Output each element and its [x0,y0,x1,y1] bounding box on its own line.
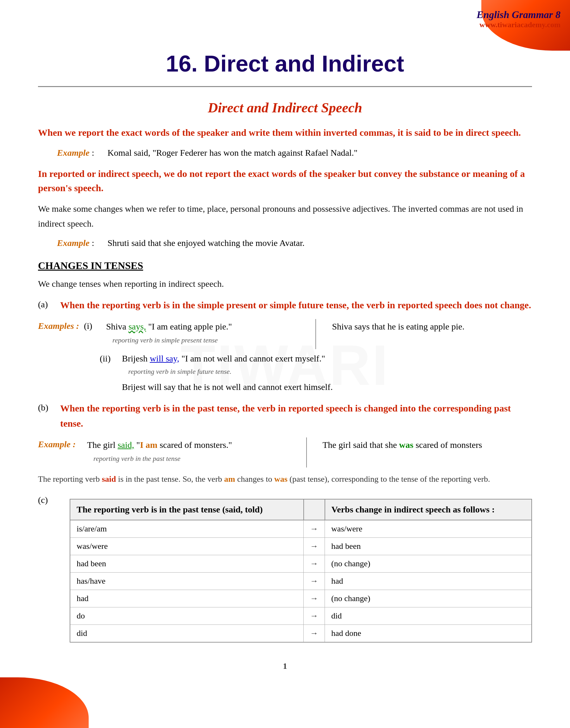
example-i-columns: Shiva says, "I am eating apple pie." rep… [106,319,532,349]
will-say-verb: will say, [150,353,179,363]
verb-from: has/have [70,573,304,590]
book-title: English Grammar 8 [477,9,561,21]
verb-to: (no change) [325,555,532,573]
arrow: → [304,573,325,590]
table-col1-header: The reporting verb is in the past tense … [70,499,304,520]
rule-b-label: (b) [38,401,54,415]
rule-a-text: When the reporting verb is in the simple… [60,297,531,313]
example-b-content: The girl said, "I am scared of monsters.… [87,438,532,468]
website-url: www.tiwariacademy.com [477,21,561,29]
direct-speech-def: When we report the exact words of the sp… [38,125,532,140]
was-verb: was [399,440,413,450]
verb-from: had [70,590,304,607]
examples-block-a: Examples : (i) Shiva says, "I am eating … [38,319,532,395]
table-arrow-header [304,499,325,520]
table-row: has/have → had [70,573,532,590]
main-content: 16. Direct and Indirect Direct and Indir… [0,0,570,696]
rule-a-label: (a) [38,297,54,312]
changes-intro: We change tenses when reporting in indir… [38,276,532,291]
example-b-note: reporting verb in the past tense [93,453,297,464]
example-i-num: (i) [84,319,100,333]
arrow: → [304,625,325,643]
example-ii-content: Brijesh will say, "I am not well and can… [122,351,532,395]
verb-from: do [70,607,304,625]
divider [38,86,532,87]
arrow: → [304,520,325,538]
example-b-label: Example : [38,438,82,452]
table-row: is/are/am → was/were [70,520,532,538]
example-ii-result: Brijest will say that he is not well and… [122,380,532,395]
table-row: do → did [70,607,532,625]
verb-from: is/are/am [70,520,304,538]
past-tense-explanation: The reporting verb said is in the past t… [38,472,532,486]
example-label-2: Example [57,238,90,248]
rule-c-label: (c) [38,495,54,505]
direct-speech-example: Example : Komal said, "Roger Federer has… [57,146,532,160]
am-inline: am [224,475,235,484]
examples-label: Examples : [38,319,79,333]
verb-to: had [325,573,532,590]
indirect-speech-example: Example : Shruti said that she enjoyed w… [57,236,532,250]
rule-b: (b) When the reporting verb is in the pa… [38,401,532,431]
table-row: had been → (no change) [70,555,532,573]
rule-a: (a) When the reporting verb is in the si… [38,297,532,313]
example-ii-num: (ii) [100,351,115,366]
says-verb: says, [128,321,146,331]
table-row: did → had done [70,625,532,643]
header-info: English Grammar 8 www.tiwariacademy.com [477,9,561,29]
verb-to: (no change) [325,590,532,607]
direct-speech-example-text: Komal said, "Roger Federer has won the m… [107,148,357,158]
example-row-ii: (ii) Brijesh will say, "I am not well an… [100,351,532,395]
example-i-content: Shiva says, "I am eating apple pie." rep… [106,319,532,349]
verb-from: had been [70,555,304,573]
section-title: Direct and Indirect Speech [38,100,532,116]
example-row-i: Examples : (i) Shiva says, "I am eating … [38,319,532,349]
page-number: 1 [38,662,532,671]
verb-from: did [70,625,304,643]
table-col2-header: Verbs change in indirect speech as follo… [325,499,532,520]
verb-to: was/were [325,520,532,538]
arrow: → [304,590,325,607]
verb-changes-table: The reporting verb is in the past tense … [70,499,532,643]
verb-to: did [325,607,532,625]
table-row: was/were → had been [70,538,532,555]
example-i-right-col: Shiva says that he is eating apple pie. [329,319,532,334]
indirect-speech-desc: We make some changes when we refer to ti… [38,201,532,231]
example-row-b: Example : The girl said, "I am scared of… [38,438,532,468]
example-i-left-col: Shiva says, "I am eating apple pie." rep… [106,319,316,349]
was-inline: was [274,475,288,484]
verb-from: was/were [70,538,304,555]
said-inline: said [102,475,116,484]
example-b-right-col: The girl said that she was scared of mon… [319,438,532,453]
example-b-left-col: The girl said, "I am scared of monsters.… [87,438,307,468]
indirect-speech-def: In reported or indirect speech, we do no… [38,166,532,195]
example-b-columns: The girl said, "I am scared of monsters.… [87,438,532,468]
rule-b-text: When the reporting verb is in the past t… [60,401,532,431]
am-verb: I am [140,440,158,450]
table-section: (c) The reporting verb is in the past te… [38,493,532,652]
chapter-title: 16. Direct and Indirect [38,51,532,77]
example-label-1: Example [57,148,90,158]
table-header-row: The reporting verb is in the past tense … [70,499,532,520]
verb-to: had been [325,538,532,555]
example-ii-note: reporting verb in simple future tense. [128,366,532,377]
example-i-note: reporting verb in simple present tense [112,334,306,346]
said-verb-b: said, [117,440,134,450]
table-row: had → (no change) [70,590,532,607]
arrow: → [304,538,325,555]
changes-tenses-heading: CHANGES IN TENSES [38,260,532,271]
arrow: → [304,607,325,625]
verb-to: had done [325,625,532,643]
indirect-speech-example-text: Shruti said that she enjoyed watching th… [107,238,304,248]
arrow: → [304,555,325,573]
